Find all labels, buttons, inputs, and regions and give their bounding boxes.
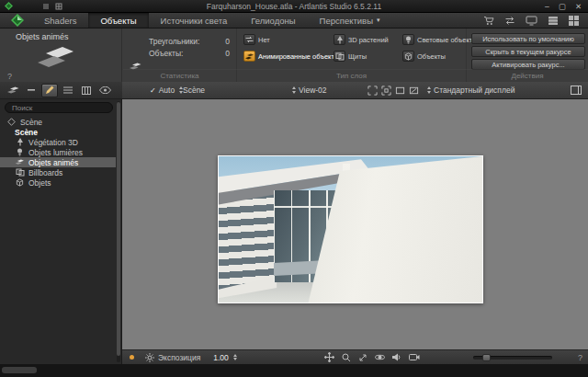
tree-item-scene-root[interactable]: Scène bbox=[0, 117, 116, 127]
bulb-icon bbox=[15, 148, 25, 156]
grid-icon[interactable] bbox=[569, 16, 579, 26]
audio-icon[interactable] bbox=[392, 353, 401, 361]
titlebar[interactable]: Farquharson_House.atla - Artlantis Studi… bbox=[0, 0, 588, 13]
zoom-icon[interactable] bbox=[342, 353, 351, 362]
menu-lines-icon[interactable] bbox=[42, 3, 50, 10]
columns-view-icon[interactable] bbox=[78, 84, 95, 97]
layer-type-section: Нет Анимированные объекты 3D растений Щи… bbox=[236, 29, 467, 82]
layer-type-objects[interactable]: Объекты bbox=[402, 51, 446, 62]
check-icon: ✓ bbox=[150, 86, 156, 95]
exposure-label: Экспозиция bbox=[158, 353, 200, 362]
actions-label: Действия bbox=[467, 72, 588, 80]
house-render-image bbox=[219, 156, 482, 303]
display-mode-dropdown[interactable]: Стандартный дисплей bbox=[425, 82, 514, 98]
list-tools bbox=[0, 82, 122, 99]
tab-heliodons[interactable]: Гелиодоны bbox=[239, 13, 307, 28]
layers-tool-icon[interactable] bbox=[5, 84, 21, 97]
auto-toggle[interactable]: ✓ Auto bbox=[150, 82, 183, 98]
layer-type-billboards[interactable]: Щиты bbox=[334, 51, 367, 62]
tree-item-vegetation[interactable]: Végétation 3D bbox=[0, 137, 116, 147]
zoom-slider[interactable] bbox=[473, 356, 552, 360]
exposure-stepper[interactable] bbox=[233, 354, 237, 361]
tree-item-objects[interactable]: Objets bbox=[0, 177, 116, 188]
slider-thumb[interactable] bbox=[482, 354, 491, 361]
tree-item-light-objects[interactable]: Objets lumières bbox=[0, 147, 116, 157]
window-title: Farquharson_House.atla - Artlantis Studi… bbox=[0, 2, 588, 11]
actions-section: Использовать по умолчанию Скрыть в текущ… bbox=[467, 29, 588, 82]
frame-view-icon[interactable] bbox=[395, 86, 405, 96]
scene-dropdown[interactable]: Scène bbox=[183, 82, 205, 98]
horizontal-scrollbar-thumb[interactable] bbox=[2, 367, 37, 373]
inspector-panel: Objets animés ? Треугольники:0 Объекты:0… bbox=[0, 29, 588, 82]
tab-objects[interactable]: Объекты bbox=[88, 13, 148, 28]
tree-item-billboards[interactable]: Billboards bbox=[0, 167, 116, 177]
visibility-eye-icon[interactable] bbox=[96, 84, 113, 97]
layer-type-animated-objects[interactable]: Анимированные объекты bbox=[243, 51, 339, 62]
exposure-value[interactable]: 1.00 bbox=[213, 353, 229, 362]
use-by-default-button[interactable]: Использовать по умолчанию bbox=[471, 33, 585, 44]
artlantis-window: Farquharson_House.atla - Artlantis Studi… bbox=[0, 0, 588, 377]
cube-icon bbox=[15, 178, 25, 187]
tree-item-scene[interactable]: Scène bbox=[0, 127, 116, 137]
artlantis-logo-icon bbox=[11, 14, 24, 27]
view-dropdown[interactable]: View-02 bbox=[290, 82, 327, 98]
move-icon[interactable] bbox=[358, 353, 368, 362]
edit-pencil-icon[interactable] bbox=[41, 84, 58, 97]
animated-objects-icon bbox=[243, 51, 255, 62]
camera-icon[interactable] bbox=[409, 353, 420, 361]
exposure-gear-icon[interactable] bbox=[145, 353, 154, 362]
tree-item-animated-objects[interactable]: Objets animés bbox=[0, 157, 116, 167]
help-link[interactable]: ? bbox=[7, 72, 12, 81]
preview-viewport[interactable] bbox=[122, 99, 588, 349]
tree-icon bbox=[15, 138, 25, 146]
grid-mini-icon[interactable] bbox=[55, 3, 62, 10]
layer-type-none[interactable]: Нет bbox=[243, 34, 270, 45]
tree-scrollbar[interactable] bbox=[117, 101, 120, 362]
chevron-down-icon[interactable]: ▾ bbox=[377, 17, 380, 24]
expand-view-icon[interactable] bbox=[368, 86, 378, 96]
remove-tool-icon[interactable] bbox=[23, 84, 40, 97]
tab-shaders[interactable]: Shaders bbox=[32, 13, 88, 28]
list-view-icon[interactable] bbox=[60, 84, 76, 97]
close-button[interactable]: ✕ bbox=[575, 2, 582, 11]
scrollbar-thumb[interactable] bbox=[117, 102, 120, 356]
main-tabbar: Shaders Объекты Источники света Гелиодон… bbox=[0, 13, 588, 29]
status-bar bbox=[0, 364, 588, 377]
tool-row: ✓ Auto Scène View-02 Стандартный дисплей bbox=[0, 82, 588, 99]
fit-view-icon[interactable] bbox=[381, 86, 391, 96]
tab-perspectives[interactable]: Перспективы▾ bbox=[308, 13, 392, 28]
hide-in-current-view-button[interactable]: Скрыть в текущем ракурсе bbox=[471, 46, 585, 57]
layer-type-plants[interactable]: 3D растений bbox=[334, 34, 389, 45]
crop-view-icon[interactable] bbox=[409, 86, 419, 96]
plant-icon bbox=[334, 34, 345, 45]
shop-icon[interactable] bbox=[483, 16, 494, 26]
search-input[interactable] bbox=[5, 102, 113, 113]
stat-objects: Объекты:0 bbox=[149, 48, 230, 60]
tab-lights[interactable]: Источники света bbox=[149, 13, 240, 28]
pan-icon[interactable] bbox=[324, 352, 334, 362]
media-icon[interactable] bbox=[526, 16, 537, 26]
stat-triangles: Треугольники:0 bbox=[149, 36, 230, 48]
scene-tree: Scène Scène Végétation 3D Objets lumière… bbox=[0, 117, 116, 188]
statistics-label: Статистика bbox=[123, 72, 236, 80]
animated-objects-layers-icon bbox=[33, 44, 79, 70]
layers-small-icon bbox=[129, 62, 142, 72]
orbit-icon[interactable] bbox=[375, 353, 385, 361]
transfer-icon[interactable] bbox=[504, 16, 515, 26]
catalog-icon[interactable] bbox=[548, 16, 559, 26]
inspector-divider bbox=[123, 69, 588, 70]
minimize-button[interactable]: – bbox=[545, 2, 549, 11]
render-preview[interactable] bbox=[218, 155, 483, 303]
billboard-icon bbox=[15, 168, 25, 177]
help-link[interactable]: ? bbox=[578, 353, 582, 362]
cube-icon bbox=[402, 51, 414, 62]
billboard-icon bbox=[334, 51, 345, 62]
layers-icon bbox=[15, 158, 25, 166]
layer-type-label: Тип слоя bbox=[237, 72, 466, 80]
record-dot-icon[interactable] bbox=[130, 355, 134, 360]
statistics-section: Треугольники:0 Объекты:0 Статистика bbox=[123, 29, 236, 82]
scene-icon bbox=[6, 118, 17, 126]
viewport-toolbar: ✓ Auto Scène View-02 Стандартный дисплей bbox=[122, 82, 588, 99]
panel-toggle-icon[interactable] bbox=[571, 82, 582, 98]
maximize-button[interactable]: ▢ bbox=[559, 2, 566, 11]
